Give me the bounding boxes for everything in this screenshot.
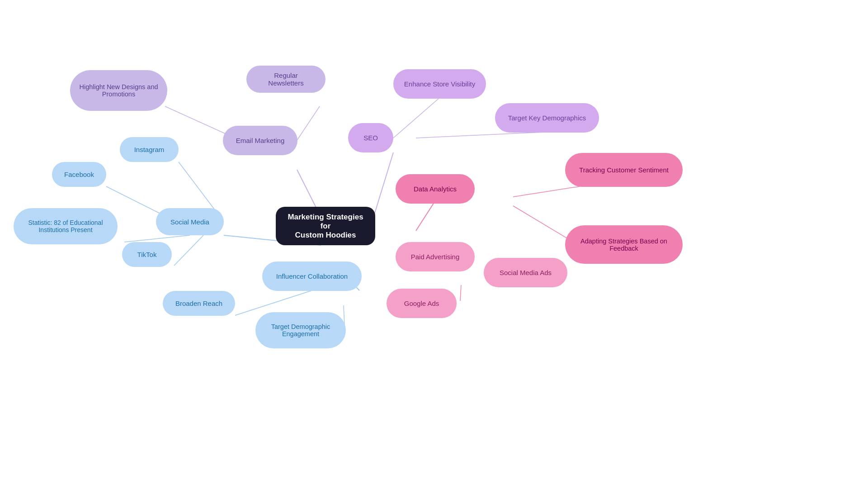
regular-newsletters-label: Regular Newsletters bbox=[255, 71, 316, 87]
influencer-label: Influencer Collaboration bbox=[276, 272, 348, 280]
mindmap-container: Marketing Strategies for Custom Hoodies … bbox=[0, 0, 868, 490]
email-marketing-label: Email Marketing bbox=[236, 137, 285, 144]
svg-line-3 bbox=[174, 235, 203, 266]
svg-line-9 bbox=[235, 290, 312, 315]
tracking-node: Tracking Customer Sentiment bbox=[565, 153, 683, 187]
facebook-node: Facebook bbox=[52, 162, 106, 187]
paid-advertising-label: Paid Advertising bbox=[411, 253, 460, 261]
influencer-node: Influencer Collaboration bbox=[262, 262, 362, 291]
tiktok-node: TikTok bbox=[122, 242, 172, 267]
target-key-label: Target Key Demographics bbox=[508, 114, 586, 122]
enhance-visibility-node: Enhance Store Visibility bbox=[393, 69, 486, 99]
target-key-node: Target Key Demographics bbox=[495, 103, 599, 133]
enhance-visibility-label: Enhance Store Visibility bbox=[404, 80, 475, 88]
google-ads-label: Google Ads bbox=[404, 300, 439, 307]
svg-line-14 bbox=[416, 203, 434, 231]
regular-newsletters-node: Regular Newsletters bbox=[246, 66, 326, 93]
svg-line-12 bbox=[393, 99, 439, 138]
svg-line-19 bbox=[460, 285, 461, 301]
adapting-label: Adapting Strategies Based on Feedback bbox=[580, 238, 667, 252]
center-node: Marketing Strategies for Custom Hoodies bbox=[276, 207, 375, 245]
data-analytics-node: Data Analytics bbox=[396, 174, 475, 204]
google-ads-node: Google Ads bbox=[387, 289, 457, 318]
statistic-node: Statistic: 82 of Educational Institution… bbox=[14, 208, 118, 244]
highlight-label: Highlight New Designs and Promotions bbox=[79, 83, 158, 98]
target-demo-label: Target Demographic Engagement bbox=[271, 323, 330, 338]
svg-line-4 bbox=[124, 235, 190, 242]
facebook-label: Facebook bbox=[64, 171, 94, 178]
svg-line-6 bbox=[297, 106, 320, 140]
target-demo-node: Target Demographic Engagement bbox=[255, 312, 346, 348]
highlight-node: Highlight New Designs and Promotions bbox=[70, 70, 167, 111]
social-media-label: Social Media bbox=[170, 218, 209, 226]
center-label: Marketing Strategies for Custom Hoodies bbox=[285, 213, 366, 240]
broaden-reach-node: Broaden Reach bbox=[163, 291, 235, 316]
paid-advertising-node: Paid Advertising bbox=[396, 242, 475, 271]
broaden-reach-label: Broaden Reach bbox=[175, 300, 222, 307]
seo-node: SEO bbox=[348, 123, 393, 152]
social-media-node: Social Media bbox=[156, 208, 224, 235]
instagram-node: Instagram bbox=[120, 137, 179, 162]
email-marketing-node: Email Marketing bbox=[223, 126, 297, 155]
adapting-node: Adapting Strategies Based on Feedback bbox=[565, 225, 683, 264]
tracking-label: Tracking Customer Sentiment bbox=[579, 166, 669, 174]
svg-line-13 bbox=[416, 132, 545, 138]
data-analytics-label: Data Analytics bbox=[414, 185, 457, 193]
seo-label: SEO bbox=[363, 134, 378, 142]
social-media-ads-label: Social Media Ads bbox=[500, 269, 552, 276]
instagram-label: Instagram bbox=[134, 146, 165, 153]
social-media-ads-node: Social Media Ads bbox=[484, 258, 567, 287]
statistic-label: Statistic: 82 of Educational Institution… bbox=[28, 219, 103, 233]
tiktok-label: TikTok bbox=[137, 251, 157, 258]
